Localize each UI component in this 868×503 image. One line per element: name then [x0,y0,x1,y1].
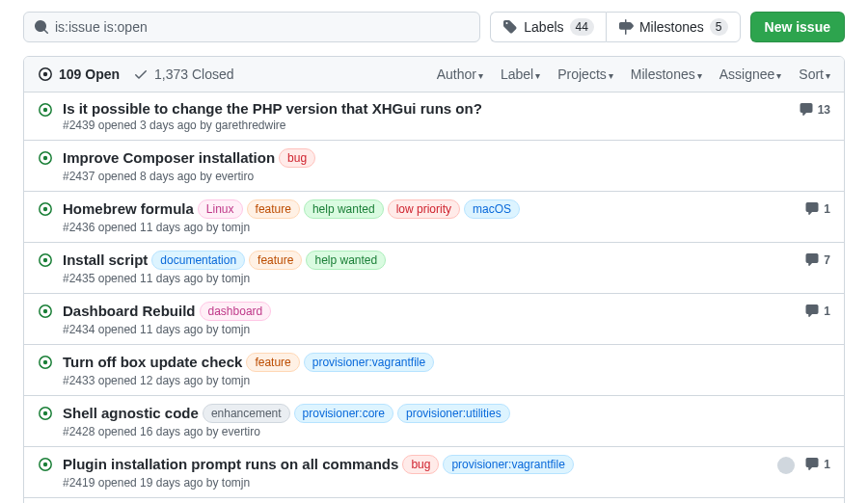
tag-icon [502,19,518,35]
check-icon [133,66,149,82]
svg-point-3 [43,108,47,112]
issue-title-link[interactable]: Homebrew formula [63,200,194,217]
open-tab[interactable]: 109 Open [38,66,120,82]
closed-tab[interactable]: 1,373 Closed [133,66,234,82]
issue-title-link[interactable]: Improve Composer installation [63,149,275,166]
comment-icon [804,252,820,268]
issue-label[interactable]: feature [249,251,302,270]
closed-count: 1,373 Closed [154,66,234,82]
issue-row: Shell agnostic codeenhancementprovisione… [24,396,844,447]
issue-row: Dashboard Rebuilddashboard#2434 opened 1… [24,294,844,345]
issue-title-link[interactable]: Install script [63,252,148,268]
issue-open-icon [38,150,53,166]
issue-row: Is it possible to change the PHP version… [24,93,844,141]
issue-label[interactable]: help wanted [304,199,384,219]
issue-title-link[interactable]: Dashboard Rebuild [63,303,196,319]
issue-meta: #2433 opened 12 days ago by tomjn [63,374,821,387]
row-status-icon [38,302,53,336]
list-header: 109 Open 1,373 Closed Author▾ Label▾ Pro… [24,57,844,93]
issue-label[interactable]: provisioner:vagrantfile [304,353,434,372]
issue-row: Plugin installation prompt runs on all c… [24,447,844,498]
issue-open-icon [38,102,53,118]
issue-meta: #2436 opened 11 days ago by tomjn [63,221,795,234]
issue-label[interactable]: bug [279,148,315,168]
svg-point-7 [43,207,47,211]
issue-label[interactable]: provisioner:vagrantfile [443,455,573,474]
issue-label[interactable]: provisioner:core [294,404,393,423]
row-status-icon [38,353,53,387]
svg-point-11 [43,309,47,313]
issue-label[interactable]: help wanted [306,251,386,270]
svg-point-9 [43,258,47,262]
issue-row: Install scriptdocumentationfeaturehelp w… [24,243,844,294]
row-status-icon [38,148,53,183]
comments-link[interactable]: 13 [799,102,830,118]
row-status-icon [38,199,53,234]
filter-sort[interactable]: Sort▾ [799,66,830,82]
issue-meta: #2428 opened 16 days ago by evertiro [63,425,821,438]
issue-label[interactable]: bug [402,455,439,474]
issue-open-icon [38,252,53,268]
comment-icon [804,457,820,472]
issue-open-icon [38,457,53,472]
open-count: 109 Open [59,66,120,82]
issue-meta: #2419 opened 19 days ago by tomjn [63,476,768,490]
issue-label[interactable]: Linux [198,199,243,219]
labels-button[interactable]: Labels 44 [490,12,606,42]
issue-meta: #2435 opened 11 days ago by tomjn [63,272,795,285]
comment-icon [804,304,820,319]
row-status-icon [38,404,53,438]
issue-meta: #2437 opened 8 days ago by evertiro [63,170,821,183]
comments-link[interactable]: 7 [804,252,830,268]
comments-link[interactable]: 1 [804,457,830,472]
comment-icon [799,102,814,118]
milestones-count: 5 [710,18,728,36]
issue-row: Improve Composer installationbug#2437 op… [24,141,844,192]
issue-label[interactable]: low priority [388,199,460,219]
issue-label[interactable]: provisioner:utilities [397,404,510,423]
issue-title-link[interactable]: Turn off box update check [63,354,242,370]
issue-row: Command/function to turn off file loggin… [24,498,844,503]
issue-meta: #2434 opened 11 days ago by tomjn [63,323,795,336]
issue-open-icon [38,304,53,319]
milestones-label: Milestones [639,19,704,35]
comments-link[interactable]: 1 [804,201,830,217]
new-issue-button[interactable]: New issue [750,12,845,42]
issue-row: Turn off box update checkfeatureprovisio… [24,345,844,396]
issue-title-link[interactable]: Plugin installation prompt runs on all c… [63,456,398,472]
svg-point-17 [43,463,47,466]
issue-meta: #2439 opened 3 days ago by garethredwire [63,119,789,132]
filter-author[interactable]: Author▾ [437,66,483,82]
issues-list: 109 Open 1,373 Closed Author▾ Label▾ Pro… [23,56,845,503]
row-status-icon [38,455,53,490]
issue-row: Homebrew formulaLinuxfeaturehelp wantedl… [24,192,844,243]
row-status-icon [38,251,53,285]
comments-link[interactable]: 1 [804,304,830,319]
issue-label[interactable]: dashboard [200,302,272,321]
issue-label[interactable]: macOS [464,199,520,219]
filter-projects[interactable]: Projects▾ [557,66,613,82]
issue-label[interactable]: enhancement [203,404,290,423]
issue-label[interactable]: feature [247,199,300,219]
svg-point-13 [43,360,47,364]
svg-point-15 [43,411,47,415]
filter-assignee[interactable]: Assignee▾ [719,66,782,82]
issue-title-link[interactable]: Is it possible to change the PHP version… [63,100,482,117]
search-input[interactable] [55,19,470,35]
labels-count: 44 [570,18,594,36]
assignee-avatar[interactable] [777,457,795,474]
row-status-icon [38,100,53,132]
filter-label[interactable]: Label▾ [501,66,540,82]
issue-title-link[interactable]: Shell agnostic code [63,405,199,421]
issue-label[interactable]: documentation [151,251,245,270]
svg-point-1 [43,72,47,76]
issue-label[interactable]: feature [246,353,299,372]
issue-open-icon [38,406,53,421]
milestones-button[interactable]: Milestones 5 [606,12,741,42]
milestone-icon [618,19,634,35]
filter-milestones[interactable]: Milestones▾ [631,66,702,82]
svg-point-5 [43,156,47,160]
search-icon [34,19,49,35]
issue-open-icon [38,201,53,217]
search-input-wrap[interactable] [23,12,480,42]
